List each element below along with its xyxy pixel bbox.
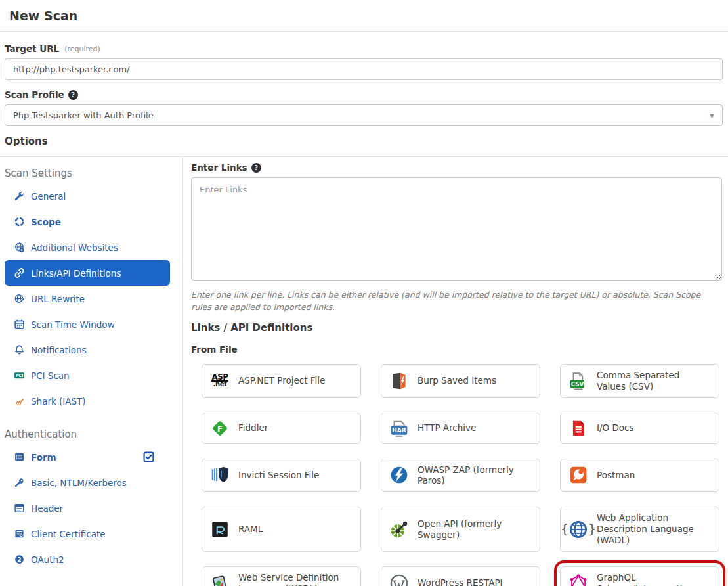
file-button-comma-separated-values-csv[interactable]: CSVComma Separated Values (CSV) <box>560 364 719 398</box>
wsdl-icon <box>210 574 230 586</box>
sidebar-item-links-api-definitions[interactable]: Links/API Definitions <box>5 260 170 286</box>
sidebar-item-basic-ntlm-kerberos[interactable]: Basic, NTLM/Kerberos <box>5 470 170 495</box>
file-button-label: Web Service Definition Language (WSDL) <box>238 572 353 586</box>
file-button-label: WordPress RESTAPI <box>418 577 503 586</box>
sidebar-item-pci-scan[interactable]: PCIPCI Scan <box>5 363 170 388</box>
target-url-label: Target URL (required) <box>5 43 723 54</box>
file-button-label: I/O Docs <box>597 422 634 434</box>
sidebar-item-label: Additional Websites <box>31 242 118 253</box>
import-file-grid: ASP.netASP.NET Project FileBurp Saved It… <box>202 364 719 586</box>
burp-icon <box>389 371 409 391</box>
sidebar-item-notifications[interactable]: Notifications <box>5 337 170 363</box>
file-button-label: Postman <box>597 470 635 481</box>
sidebar-item-url-rewrite[interactable]: URL Rewrite <box>5 286 170 311</box>
sidebar-item-label: Links/API Definitions <box>31 268 121 279</box>
sidebar-item-label: Scope <box>31 217 61 227</box>
file-button-fiddler[interactable]: FFiddler <box>202 413 361 444</box>
settings-sidebar: Scan SettingsGeneralScopeAdditional Webs… <box>0 157 183 586</box>
target-url-input[interactable] <box>5 58 723 80</box>
check-square-icon[interactable] <box>143 451 154 462</box>
file-button-web-service-definition-language-wsdl[interactable]: Web Service Definition Language (WSDL) <box>202 566 361 586</box>
scan-setup-form: Target URL (required) Scan Profile ? Php… <box>0 32 728 147</box>
file-button-label: RAML <box>238 524 263 535</box>
file-button-label: Comma Separated Values (CSV) <box>597 370 711 392</box>
bell-icon <box>14 344 25 355</box>
sidebar-item-label: Client Certificate <box>31 529 106 539</box>
file-button-invicti-session-file[interactable]: Invicti Session File <box>202 459 361 493</box>
sidebar-item-general[interactable]: General <box>5 183 170 209</box>
wadl-icon: {} <box>568 520 588 539</box>
svg-text:PCI: PCI <box>16 373 24 378</box>
file-button-owasp-zap-formerly-paros[interactable]: OWASP ZAP (formerly Paros) <box>381 459 540 493</box>
file-button-i-o-docs[interactable]: I/O Docs <box>560 413 719 444</box>
sidebar-list-authentication: FormBasic, NTLM/KerberosHeaderClient Cer… <box>5 444 182 572</box>
target-url-label-text: Target URL <box>5 43 59 54</box>
svg-text:2: 2 <box>18 556 22 563</box>
svg-text:CSV: CSV <box>571 380 584 387</box>
sidebar-item-form[interactable]: Form <box>5 444 170 470</box>
links-api-definitions-title: Links / API Definitions <box>191 322 722 334</box>
question-circle-icon[interactable]: ? <box>251 163 261 173</box>
options-body: Scan SettingsGeneralScopeAdditional Webs… <box>0 157 728 586</box>
links-api-panel: Enter Links ? Enter one link per line. L… <box>183 157 728 586</box>
sidebar-item-label: Notifications <box>31 345 87 355</box>
header-icon <box>14 503 25 514</box>
sidebar-item-client-certificate[interactable]: Client Certificate <box>5 521 170 547</box>
sidebar-section-title-authentication: Authentication <box>5 428 182 440</box>
sidebar-item-label: Scan Time Window <box>31 319 115 330</box>
globe-plus-icon <box>14 242 25 253</box>
calendar-icon <box>14 319 25 330</box>
sidebar-item-label: General <box>31 191 66 202</box>
scan-profile-value: Php Testsparker with Auth Profile <box>13 110 154 120</box>
aspnet-icon: ASP.net <box>210 371 230 391</box>
certificate-icon <box>14 528 25 539</box>
file-button-label: Web Application Description Language (WA… <box>597 512 711 546</box>
page-title: New Scan <box>9 9 717 23</box>
question-circle-icon[interactable]: ? <box>68 90 78 100</box>
zap-icon <box>389 465 409 485</box>
svg-text:HAR: HAR <box>392 427 406 434</box>
file-button-postman[interactable]: Postman <box>560 459 719 493</box>
scan-profile-label-text: Scan Profile <box>5 89 64 100</box>
options-title: Options <box>5 135 723 147</box>
sidebar-item-additional-websites[interactable]: Additional Websites <box>5 235 170 260</box>
enter-links-textarea[interactable] <box>191 177 722 281</box>
scan-profile-label: Scan Profile ? <box>5 89 723 100</box>
scan-profile-select[interactable]: Php Testsparker with Auth Profile ▼ <box>5 104 723 126</box>
postman-icon <box>568 465 588 485</box>
file-button-open-api-formerly-swagger[interactable]: Open API (formerly Swagger) <box>381 507 540 552</box>
openapi-icon <box>389 520 409 539</box>
file-button-http-archive[interactable]: HARHTTP Archive <box>381 413 540 444</box>
globe-edit-icon <box>14 293 25 304</box>
file-button-burp-saved-items[interactable]: Burp Saved Items <box>381 364 540 398</box>
sidebar-item-label: Shark (IAST) <box>31 396 86 407</box>
shark-icon <box>14 395 25 407</box>
sidebar-item-label: Basic, NTLM/Kerberos <box>31 478 127 488</box>
file-button-web-application-description-language-wadl[interactable]: {}Web Application Description Language (… <box>560 507 719 552</box>
file-button-graphql-schema-introspection[interactable]: GraphQL Schema/Introspection <box>560 566 719 586</box>
graphql-icon <box>568 574 588 586</box>
form-icon <box>14 451 25 462</box>
sidebar-item-scope[interactable]: Scope <box>5 209 170 235</box>
file-button-label: Fiddler <box>238 422 268 434</box>
file-button-wordpress-restapi[interactable]: WordPress RESTAPI <box>381 566 540 586</box>
file-button-label: Open API (formerly Swagger) <box>418 518 532 541</box>
iodocs-icon <box>568 418 588 438</box>
sidebar-item-label: OAuth2 <box>31 554 64 565</box>
sidebar-item-shark-iast[interactable]: Shark (IAST) <box>5 388 170 414</box>
sidebar-item-oauth2[interactable]: 2OAuth2 <box>5 547 170 572</box>
sidebar-item-header[interactable]: Header <box>5 495 170 521</box>
har-icon: HAR <box>389 418 409 438</box>
sidebar-section-title-scan-settings: Scan Settings <box>5 168 182 179</box>
sidebar-item-scan-time-window[interactable]: Scan Time Window <box>5 311 170 337</box>
oauth2-icon: 2 <box>14 554 25 565</box>
key-icon <box>14 477 25 488</box>
invicti-icon <box>210 465 230 485</box>
wordpress-icon <box>389 574 409 586</box>
file-button-label: OWASP ZAP (formerly Paros) <box>418 464 532 487</box>
enter-links-label-text: Enter Links <box>191 162 247 173</box>
file-button-asp-net-project-file[interactable]: ASP.netASP.NET Project File <box>202 364 361 398</box>
file-button-raml[interactable]: RAML <box>202 507 361 552</box>
sidebar-item-label: PCI Scan <box>31 371 70 381</box>
sidebar-item-label: Header <box>31 503 63 514</box>
